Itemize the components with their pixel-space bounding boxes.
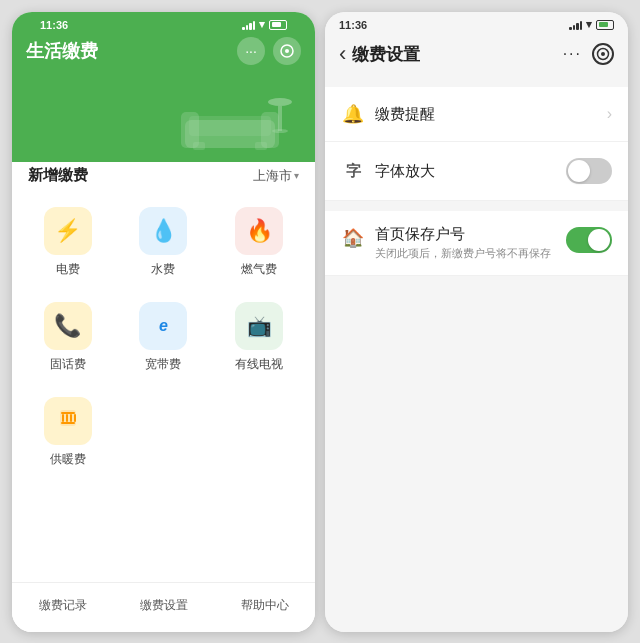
reminder-right: › [607,105,612,123]
sofa-illustration [175,72,305,162]
chevron-down-icon: ▾ [294,170,299,181]
reminder-label: 缴费提醒 [375,105,607,124]
signal-icon [242,20,255,30]
utility-heating[interactable]: 供暖费 [20,385,116,480]
right-status-icons: ▾ [569,18,614,31]
home-icon: 🏠 [341,227,365,249]
right-status-bar: 11:36 ▾ [325,12,628,33]
left-status-bar: 11:36 ▾ [26,12,301,33]
landline-icon-wrap: 📞 [44,302,92,350]
save-account-right [566,227,612,253]
broadband-icon: e [159,317,168,335]
nav-records[interactable]: 缴费记录 [31,593,95,618]
water-icon-wrap: 💧 [139,207,187,255]
water-icon: 💧 [150,218,177,244]
broadband-icon-wrap: e [139,302,187,350]
main-content: 新增缴费 上海市 ▾ ⚡ 电费 💧 水费 [12,152,315,632]
svg-rect-13 [66,414,68,422]
right-wifi-icon: ▾ [586,18,592,31]
heating-icon-wrap [44,397,92,445]
cable-tv-label: 有线电视 [235,356,283,373]
wifi-icon: ▾ [259,18,265,31]
save-account-toggle[interactable] [566,227,612,253]
settings-content: 🔔 缴费提醒 › 字 字体放大 🏠 首页保存户号 [325,77,628,632]
font-toggle[interactable] [566,158,612,184]
font-right [566,158,612,184]
gas-icon-wrap: 🔥 [235,207,283,255]
utility-broadband[interactable]: e 宽带费 [116,290,212,385]
save-account-label: 首页保存户号 [375,225,566,244]
reminder-icon: 🔔 [341,103,365,125]
landline-label: 固话费 [50,356,86,373]
target-icon [596,47,610,61]
payment-reminder-row[interactable]: 🔔 缴费提醒 › [325,87,628,142]
right-signal-icon [569,20,582,30]
right-phone: 11:36 ▾ ‹ 缴费设置 ··· [325,12,628,632]
save-account-sublabel: 关闭此项后，新缴费户号将不再保存 [375,246,566,261]
svg-point-1 [285,49,289,53]
settings-page-title: 缴费设置 [352,43,420,66]
font-label: 字体放大 [375,162,566,181]
gas-icon: 🔥 [246,218,273,244]
landline-icon: 📞 [54,313,81,339]
settings-gap-top [325,77,628,87]
utility-cable-tv[interactable]: 📺 有线电视 [211,290,307,385]
toggle-knob [568,160,590,182]
header-row: 生活缴费 ··· [26,33,301,73]
font-text: 字体放大 [375,162,566,181]
utility-electricity[interactable]: ⚡ 电费 [20,195,116,290]
water-label: 水费 [151,261,175,278]
battery-icon [269,20,287,30]
nav-help[interactable]: 帮助中心 [233,593,297,618]
utility-gas[interactable]: 🔥 燃气费 [211,195,307,290]
bottom-navigation: 缴费记录 缴费设置 帮助中心 [12,582,315,632]
save-account-row[interactable]: 🏠 首页保存户号 关闭此项后，新缴费户号将不再保存 [325,211,628,276]
electricity-icon-wrap: ⚡ [44,207,92,255]
heating-label: 供暖费 [50,451,86,468]
gas-label: 燃气费 [241,261,277,278]
green-header: 11:36 ▾ 生活缴费 ··· [12,12,315,162]
font-size-row[interactable]: 字 字体放大 [325,142,628,201]
electricity-label: 电费 [56,261,80,278]
svg-rect-14 [70,414,72,422]
svg-point-19 [601,52,605,56]
left-time: 11:36 [40,19,68,31]
cable-tv-icon: 📺 [247,314,272,338]
more-button[interactable]: ··· [237,37,265,65]
svg-rect-10 [189,116,271,136]
location-button[interactable]: 上海市 ▾ [253,167,299,185]
settings-gap-middle [325,201,628,211]
chevron-right-icon: › [607,105,612,123]
target-icon [280,44,294,58]
toggle-knob-2 [588,229,610,251]
settings-header-right: ··· [563,43,614,65]
electricity-icon: ⚡ [54,218,81,244]
right-time: 11:36 [339,19,367,31]
right-battery-icon [596,20,614,30]
svg-rect-15 [74,414,76,422]
target-button[interactable] [592,43,614,65]
svg-rect-9 [255,142,267,150]
header-icons: ··· [237,37,301,65]
left-phone: 11:36 ▾ 生活缴费 ··· [12,12,315,632]
section-title: 新增缴费 [28,166,88,185]
back-button[interactable]: ‹ [339,41,346,67]
nav-settings[interactable]: 缴费设置 [132,593,196,618]
svg-rect-12 [62,414,64,422]
svg-rect-8 [193,142,205,150]
utility-water[interactable]: 💧 水费 [116,195,212,290]
utility-grid: ⚡ 电费 💧 水费 🔥 燃气费 📞 [12,195,315,480]
settings-page-header: ‹ 缴费设置 ··· [325,33,628,77]
svg-rect-16 [61,412,75,414]
more-button[interactable]: ··· [563,45,582,63]
left-status-icons: ▾ [242,18,287,31]
heating-icon [56,406,80,436]
reminder-text: 缴费提醒 [375,105,607,124]
location-label: 上海市 [253,167,292,185]
cable-tv-icon-wrap: 📺 [235,302,283,350]
target-button[interactable] [273,37,301,65]
svg-point-2 [268,98,292,106]
font-icon: 字 [341,162,365,181]
utility-landline[interactable]: 📞 固话费 [20,290,116,385]
svg-rect-17 [61,422,75,424]
